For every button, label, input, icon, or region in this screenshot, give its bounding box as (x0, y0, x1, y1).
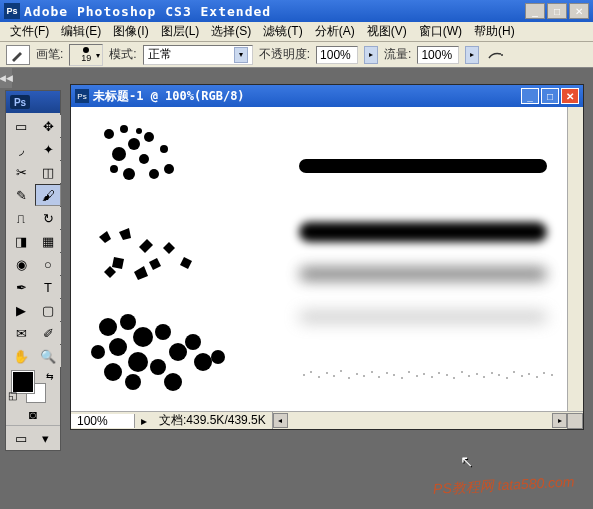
flow-label: 流量: (384, 46, 411, 63)
scroll-right-arrow[interactable]: ▸ (552, 413, 567, 428)
document-titlebar[interactable]: Ps 未标题-1 @ 100%(RGB/8) _ □ ✕ (71, 85, 583, 107)
flow-arrow[interactable]: ▸ (465, 46, 479, 64)
svg-point-46 (438, 372, 440, 374)
menu-file[interactable]: 文件(F) (4, 23, 55, 40)
svg-point-49 (461, 371, 463, 373)
swap-colors-icon[interactable]: ⇆ (46, 371, 54, 381)
options-bar: 画笔: 19 ▾ 模式: 正常 ▾ 不透明度: 100% ▸ 流量: 100% … (0, 42, 593, 68)
svg-point-55 (506, 377, 508, 379)
stroke-line-noise (299, 367, 559, 383)
svg-point-10 (110, 165, 118, 173)
opacity-input[interactable]: 100% (316, 46, 358, 64)
svg-point-41 (401, 377, 403, 379)
tool-slice[interactable]: ◫ (35, 161, 61, 183)
svg-point-57 (521, 375, 523, 377)
svg-point-4 (144, 132, 154, 142)
tool-path-select[interactable]: ▶ (8, 299, 34, 321)
tool-gradient[interactable]: ▦ (35, 230, 61, 252)
svg-point-20 (150, 359, 166, 375)
minimize-button[interactable]: _ (525, 3, 545, 19)
app-title: Adobe Photoshop CS3 Extended (24, 4, 271, 19)
zoom-level-input[interactable]: 100% (71, 414, 135, 428)
tool-blur[interactable]: ◉ (8, 253, 34, 275)
maximize-button[interactable]: □ (547, 3, 567, 19)
tool-type[interactable]: T (35, 276, 61, 298)
svg-point-12 (136, 128, 142, 134)
svg-point-1 (104, 129, 114, 139)
svg-point-23 (194, 353, 212, 371)
tool-stamp[interactable]: ⎍ (8, 207, 34, 229)
opacity-value: 100% (320, 48, 351, 62)
svg-point-38 (378, 376, 380, 378)
vertical-scrollbar[interactable] (567, 107, 583, 411)
tool-crop[interactable]: ✂ (8, 161, 34, 183)
airbrush-toggle[interactable] (485, 46, 507, 64)
svg-point-36 (363, 375, 365, 377)
doc-info-value: 439.5K/439.5K (186, 413, 265, 427)
watermark-text: PS教程网 tata580.com (433, 473, 575, 498)
svg-point-39 (386, 372, 388, 374)
blend-mode-combo[interactable]: 正常 ▾ (143, 45, 253, 65)
menu-help[interactable]: 帮助(H) (468, 23, 521, 40)
screen-mode-arrow[interactable]: ▾ (35, 430, 55, 446)
flow-value: 100% (421, 48, 452, 62)
doc-info-label: 文档: (159, 413, 186, 427)
svg-point-34 (348, 377, 350, 379)
doc-minimize-button[interactable]: _ (521, 88, 539, 104)
stroke-line-blur2 (299, 312, 547, 322)
cursor-icon: ↖ (460, 452, 473, 471)
svg-point-31 (326, 372, 328, 374)
tool-eyedropper[interactable]: ✐ (35, 322, 61, 344)
tool-history-brush[interactable]: ↻ (35, 207, 61, 229)
svg-point-54 (498, 374, 500, 376)
svg-point-45 (431, 376, 433, 378)
tool-preset-picker[interactable] (6, 45, 30, 65)
screen-mode-button[interactable]: ▭ (11, 430, 31, 446)
resize-grip[interactable] (567, 413, 583, 429)
status-menu-icon[interactable]: ▸ (135, 414, 153, 428)
tool-dodge[interactable]: ○ (35, 253, 61, 275)
tool-pen[interactable]: ✒ (8, 276, 34, 298)
opacity-arrow[interactable]: ▸ (364, 46, 378, 64)
menu-image[interactable]: 图像(I) (107, 23, 154, 40)
menu-view[interactable]: 视图(V) (361, 23, 413, 40)
flow-input[interactable]: 100% (417, 46, 459, 64)
svg-point-14 (120, 314, 136, 330)
svg-point-42 (408, 371, 410, 373)
tool-marquee[interactable]: ▭ (8, 115, 34, 137)
svg-point-22 (185, 334, 201, 350)
tool-magic-wand[interactable]: ✦ (35, 138, 61, 160)
toolbox: Ps ▭ ✥ ◞ ✦ ✂ ◫ ✎ 🖌 ⎍ ↻ ◨ ▦ ◉ ○ ✒ T ▶ ▢ ✉… (5, 90, 61, 451)
default-colors-icon[interactable]: ◱ (8, 390, 17, 401)
menu-analysis[interactable]: 分析(A) (309, 23, 361, 40)
doc-close-button[interactable]: ✕ (561, 88, 579, 104)
brush-preset-picker[interactable]: 19 ▾ (69, 44, 103, 66)
svg-point-21 (104, 363, 122, 381)
svg-point-2 (120, 125, 128, 133)
status-bar: 100% ▸ 文档:439.5K/439.5K ◂ ▸ (71, 411, 583, 429)
tool-healing[interactable]: ✎ (8, 184, 34, 206)
tool-hand[interactable]: ✋ (8, 345, 34, 367)
scroll-left-arrow[interactable]: ◂ (273, 413, 288, 428)
tool-zoom[interactable]: 🔍 (35, 345, 61, 367)
tool-notes[interactable]: ✉ (8, 322, 34, 344)
tool-shape[interactable]: ▢ (35, 299, 61, 321)
menu-window[interactable]: 窗口(W) (413, 23, 468, 40)
blend-mode-value: 正常 (148, 46, 172, 63)
tool-lasso[interactable]: ◞ (8, 138, 34, 160)
svg-point-43 (416, 375, 418, 377)
document-info[interactable]: 文档:439.5K/439.5K (153, 412, 273, 429)
menu-layer[interactable]: 图层(L) (155, 23, 206, 40)
panel-collapse-tab[interactable]: ◀◀ (0, 68, 12, 88)
tool-move[interactable]: ✥ (35, 115, 61, 137)
canvas[interactable] (71, 107, 583, 411)
close-button[interactable]: ✕ (569, 3, 589, 19)
tool-brush[interactable]: 🖌 (35, 184, 61, 206)
toolbox-header[interactable]: Ps (6, 91, 60, 113)
tool-eraser[interactable]: ◨ (8, 230, 34, 252)
doc-maximize-button[interactable]: □ (541, 88, 559, 104)
quick-mask-toggle[interactable]: ◙ (22, 405, 44, 423)
menu-edit[interactable]: 编辑(E) (55, 23, 107, 40)
menu-filter[interactable]: 滤镜(T) (257, 23, 308, 40)
menu-select[interactable]: 选择(S) (205, 23, 257, 40)
